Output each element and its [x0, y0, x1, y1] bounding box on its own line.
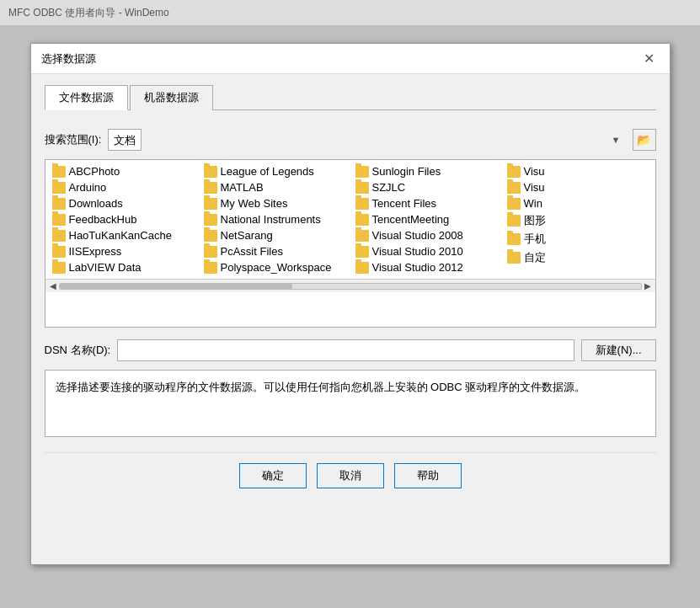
file-item-label: Visu	[524, 165, 545, 178]
folder-open-icon: 📂	[637, 133, 651, 147]
list-item[interactable]: LabVIEW Data	[49, 259, 194, 275]
list-item[interactable]: Tencent Files	[352, 195, 497, 211]
file-item-label: Visu	[524, 181, 545, 194]
browse-folder-button[interactable]: 📂	[633, 129, 656, 151]
file-column-1: League of LegendsMATLABMy Web SitesNatio…	[197, 163, 349, 275]
dialog-body: 文件数据源 机器数据源 搜索范围(I): 文档 ▼ 📂 ABCPhotoArdu…	[31, 74, 670, 564]
scroll-thumb	[60, 284, 292, 289]
folder-icon	[204, 230, 217, 242]
dialog-window: 选择数据源 ✕ 文件数据源 机器数据源 搜索范围(I): 文档 ▼ 📂	[30, 43, 671, 565]
folder-icon	[204, 262, 217, 274]
list-item[interactable]: My Web Sites	[200, 195, 345, 211]
folder-icon	[355, 166, 369, 178]
folder-icon	[52, 182, 66, 194]
tab-machine-datasource[interactable]: 机器数据源	[130, 85, 213, 110]
list-item[interactable]: NetSarang	[200, 227, 345, 243]
folder-icon	[507, 233, 521, 245]
description-box: 选择描述要连接的驱动程序的文件数据源。可以使用任何指向您机器上安装的 ODBC …	[45, 370, 656, 437]
list-item[interactable]: TencentMeeting	[352, 211, 497, 227]
chevron-down-icon: ▼	[612, 135, 621, 145]
list-item[interactable]: Visual Studio 2012	[352, 259, 497, 275]
folder-icon	[204, 166, 217, 178]
dsn-input[interactable]	[117, 339, 574, 361]
cancel-button[interactable]: 取消	[317, 463, 384, 488]
list-item[interactable]: 手机	[504, 230, 649, 248]
list-item[interactable]: HaoTuKanKanCache	[49, 227, 194, 243]
file-item-label: MATLAB	[221, 181, 264, 194]
new-button[interactable]: 新建(N)...	[581, 339, 656, 361]
folder-icon	[52, 246, 66, 258]
folder-icon	[355, 230, 369, 242]
help-button[interactable]: 帮助	[394, 463, 462, 488]
folder-icon	[507, 182, 521, 194]
file-list-container[interactable]: ABCPhotoArduinoDownloadsFeedbackHubHaoTu…	[45, 159, 656, 328]
list-item[interactable]: Visual Studio 2010	[352, 243, 497, 259]
file-item-label: Visual Studio 2010	[372, 245, 463, 258]
file-item-label: Tencent Files	[372, 197, 437, 210]
search-label: 搜索范围(I):	[45, 132, 102, 147]
list-item[interactable]: FeedbackHub	[49, 211, 194, 227]
file-item-label: SZJLC	[372, 181, 406, 194]
list-item[interactable]: Arduino	[49, 179, 194, 195]
file-item-label: 自定	[524, 250, 546, 265]
file-item-label: Win	[524, 197, 542, 210]
search-select-wrapper: 文档 ▼	[108, 129, 625, 151]
file-item-label: National Instruments	[221, 213, 321, 226]
list-item[interactable]: Downloads	[49, 195, 194, 211]
tab-file-datasource[interactable]: 文件数据源	[45, 85, 128, 110]
file-item-label: Sunlogin Files	[372, 165, 441, 178]
file-item-label: My Web Sites	[221, 197, 288, 210]
file-item-label: FeedbackHub	[69, 213, 137, 226]
list-item[interactable]: Visual Studio 2008	[352, 227, 497, 243]
list-item[interactable]: SZJLC	[352, 179, 497, 195]
bottom-buttons: 确定 取消 帮助	[45, 452, 656, 495]
scroll-left-icon[interactable]: ◀	[47, 281, 59, 291]
dialog-title: 选择数据源	[41, 51, 96, 67]
folder-icon	[52, 198, 66, 210]
file-item-label: NetSarang	[221, 229, 273, 242]
list-item[interactable]: Sunlogin Files	[352, 163, 497, 179]
search-select[interactable]: 文档	[108, 129, 142, 151]
file-item-label: PcAssit Files	[221, 245, 283, 258]
list-item[interactable]: MATLAB	[200, 179, 345, 195]
folder-icon	[355, 182, 369, 194]
file-item-label: League of Legends	[221, 165, 314, 178]
scroll-right-icon[interactable]: ▶	[642, 281, 654, 291]
list-item[interactable]: 图形	[504, 211, 649, 230]
file-item-label: Arduino	[69, 181, 107, 194]
file-item-label: Downloads	[69, 197, 123, 210]
folder-icon	[507, 166, 521, 178]
folder-icon	[52, 230, 66, 242]
folder-icon	[355, 262, 369, 274]
list-item[interactable]: Visu	[504, 163, 649, 179]
horizontal-scrollbar[interactable]: ◀ ▶	[45, 279, 655, 292]
list-item[interactable]: ABCPhoto	[49, 163, 194, 179]
close-button[interactable]: ✕	[639, 49, 660, 68]
file-item-label: LabVIEW Data	[69, 261, 142, 274]
file-item-label: Visual Studio 2008	[372, 229, 463, 242]
folder-icon	[355, 198, 369, 210]
folder-icon	[52, 166, 66, 178]
file-column-0: ABCPhotoArduinoDownloadsFeedbackHubHaoTu…	[45, 163, 197, 275]
list-item[interactable]: IISExpress	[49, 243, 194, 259]
folder-icon	[507, 252, 521, 264]
folder-icon	[204, 182, 217, 194]
file-item-label: 手机	[524, 232, 546, 247]
folder-icon	[355, 246, 369, 258]
file-item-label: Polyspace_Workspace	[221, 261, 332, 274]
folder-icon	[204, 214, 217, 226]
list-item[interactable]: Win	[504, 195, 649, 211]
list-item[interactable]: 自定	[504, 248, 649, 267]
folder-icon	[204, 198, 217, 210]
folder-icon	[52, 262, 66, 274]
file-item-label: ABCPhoto	[69, 165, 120, 178]
list-item[interactable]: Polyspace_Workspace	[200, 259, 345, 275]
file-item-label: Visual Studio 2012	[372, 261, 463, 274]
list-item[interactable]: PcAssit Files	[200, 243, 345, 259]
scroll-track	[59, 283, 642, 290]
ok-button[interactable]: 确定	[239, 463, 307, 488]
list-item[interactable]: National Instruments	[200, 211, 345, 227]
folder-icon	[507, 198, 521, 210]
list-item[interactable]: Visu	[504, 179, 649, 195]
list-item[interactable]: League of Legends	[200, 163, 345, 179]
